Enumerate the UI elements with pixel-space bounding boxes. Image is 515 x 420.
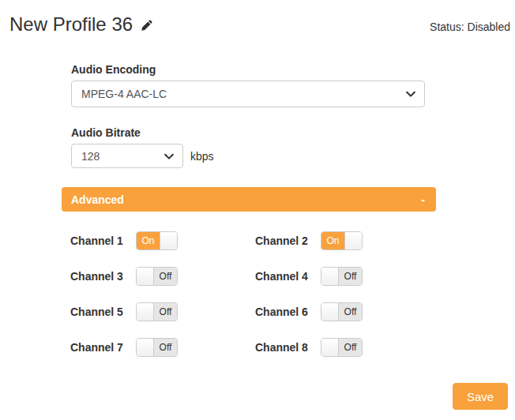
toggle-state-label: Off xyxy=(339,268,362,285)
channel-1-toggle[interactable]: On xyxy=(136,231,178,250)
page-header: New Profile 36 Status: Disabled xyxy=(0,0,515,37)
audio-encoding-label: Audio Encoding xyxy=(71,63,515,76)
toggle-state-label: Off xyxy=(154,268,177,285)
toggle-state-label: Off xyxy=(339,339,362,356)
audio-bitrate-label: Audio Bitrate xyxy=(71,126,515,139)
audio-bitrate-select[interactable]: 128 xyxy=(71,144,183,168)
toggle-state-label: Off xyxy=(154,303,177,321)
channel-7-label: Channel 7 xyxy=(70,341,136,354)
title-wrap: New Profile 36 xyxy=(9,11,152,37)
channel-1-label: Channel 1 xyxy=(70,234,136,247)
toggle-knob xyxy=(321,339,339,356)
channel-5-toggle[interactable]: Off xyxy=(136,302,178,321)
page-footer: Save xyxy=(0,383,515,410)
channel-row: Channel 5 Off Channel 6 Off xyxy=(70,302,515,321)
audio-settings-section: Audio Encoding MPEG-4 AAC-LC Audio Bitra… xyxy=(71,63,515,168)
audio-bitrate-row: 128 kbps xyxy=(71,144,515,168)
channel-8-label: Channel 8 xyxy=(255,341,321,354)
channel-row: Channel 1 On Channel 2 On xyxy=(70,231,515,250)
channel-8-toggle[interactable]: Off xyxy=(321,338,363,357)
status-badge: Status: Disabled xyxy=(430,21,510,33)
toggle-knob xyxy=(137,268,154,285)
channel-2-toggle[interactable]: On xyxy=(321,231,363,250)
channel-row: Channel 7 Off Channel 8 Off xyxy=(70,338,515,357)
channel-5-label: Channel 5 xyxy=(70,306,136,318)
channel-7-field: Channel 7 Off xyxy=(70,338,255,357)
channel-6-field: Channel 6 Off xyxy=(255,302,440,321)
toggle-knob xyxy=(160,232,177,249)
channel-2-label: Channel 2 xyxy=(255,234,321,247)
pencil-icon[interactable] xyxy=(141,20,152,32)
channel-7-toggle[interactable]: Off xyxy=(136,338,178,357)
channel-6-label: Channel 6 xyxy=(255,306,321,318)
channel-4-label: Channel 4 xyxy=(255,270,321,283)
channel-4-toggle[interactable]: Off xyxy=(321,267,363,286)
toggle-knob xyxy=(321,303,339,321)
collapse-minus-icon: - xyxy=(421,193,425,206)
toggle-state-label: Off xyxy=(154,339,177,356)
channel-1-field: Channel 1 On xyxy=(70,231,255,250)
toggle-state-label: On xyxy=(321,232,344,249)
audio-bitrate-select-wrap: 128 xyxy=(71,144,183,168)
channel-4-field: Channel 4 Off xyxy=(255,267,440,286)
channels-section: Channel 1 On Channel 2 On Channel 3 Off xyxy=(70,231,515,357)
channel-3-toggle[interactable]: Off xyxy=(136,267,178,286)
advanced-panel-label: Advanced xyxy=(71,193,124,206)
audio-encoding-select[interactable]: MPEG-4 AAC-LC xyxy=(71,81,425,107)
channel-row: Channel 3 Off Channel 4 Off xyxy=(70,267,515,286)
toggle-knob xyxy=(344,232,362,249)
page-title: New Profile 36 xyxy=(9,11,133,37)
advanced-panel-header[interactable]: Advanced - xyxy=(62,187,436,212)
toggle-state-label: Off xyxy=(339,303,362,321)
channel-3-label: Channel 3 xyxy=(70,270,136,283)
toggle-state-label: On xyxy=(137,232,160,249)
toggle-knob xyxy=(321,268,339,285)
save-button[interactable]: Save xyxy=(453,383,508,410)
channel-5-field: Channel 5 Off xyxy=(70,302,255,321)
toggle-knob xyxy=(137,339,154,356)
channel-3-field: Channel 3 Off xyxy=(70,267,255,286)
channel-8-field: Channel 8 Off xyxy=(255,338,440,357)
bitrate-unit-label: kbps xyxy=(190,150,214,163)
toggle-knob xyxy=(137,303,154,321)
audio-encoding-select-wrap: MPEG-4 AAC-LC xyxy=(71,81,425,107)
channel-6-toggle[interactable]: Off xyxy=(321,302,363,321)
channel-2-field: Channel 2 On xyxy=(255,231,440,250)
profile-settings-page: New Profile 36 Status: Disabled Audio En… xyxy=(0,0,515,420)
